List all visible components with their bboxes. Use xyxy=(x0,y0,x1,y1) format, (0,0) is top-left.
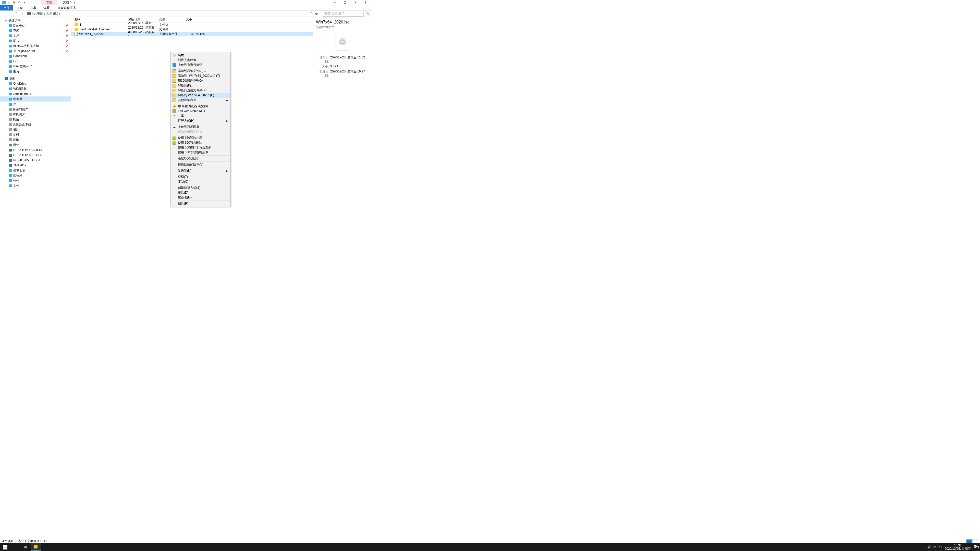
tree-item[interactable]: 图片 xyxy=(0,69,71,74)
tree-item[interactable]: 视频 xyxy=(0,117,71,122)
search-icon[interactable]: 🔍 xyxy=(366,12,370,16)
tree-item[interactable]: G:\ xyxy=(0,59,71,64)
menu-delete[interactable]: 删除(D) xyxy=(171,190,231,195)
navigation-tree[interactable]: ★快速访问 Desktop📌下载📌文档📌图片📌excel表格制作求和📌YUNQI… xyxy=(0,17,71,196)
menu-extract-to[interactable]: 解压到(F)... xyxy=(171,83,231,88)
tree-item[interactable]: 文件 xyxy=(0,183,71,188)
menu-send-to[interactable]: 发送到(N)▸ xyxy=(171,168,231,173)
help-icon[interactable]: ? xyxy=(360,0,371,5)
menu-honey-browse[interactable]: 🔶用 蜂蜜浏览器 浏览(3) xyxy=(171,104,231,109)
menu-notepadpp[interactable]: Edit with Notepad++ xyxy=(171,109,231,114)
menu-extract-named[interactable]: 解压到 Win7x64_2020\ (E) xyxy=(171,93,231,98)
folder-icon xyxy=(9,35,12,37)
tree-item[interactable]: 回收站 xyxy=(0,173,71,178)
tree-item[interactable]: PC-20190530OBLA xyxy=(0,158,71,163)
tree-item[interactable]: ZMT2019 xyxy=(0,163,71,168)
chevron-right-icon: ▸ xyxy=(226,119,228,123)
forward-button[interactable]: → xyxy=(8,12,12,16)
tree-item[interactable]: 音乐 xyxy=(0,137,71,142)
menu-copy[interactable]: 复制(C) xyxy=(171,179,231,184)
menu-360-trojan[interactable]: 使用 360进行木马云查杀 xyxy=(171,145,231,150)
tree-item[interactable]: win7重装win7 xyxy=(0,64,71,69)
tree-desktop[interactable]: 桌面 xyxy=(0,76,71,81)
menu-add-archive[interactable]: 添加到压缩文件(A)... xyxy=(171,68,231,73)
tree-item[interactable]: DESKTOP-LSSOEDP xyxy=(0,148,71,152)
column-name[interactable]: 名称 xyxy=(71,17,128,22)
column-type[interactable]: 类型 xyxy=(159,17,186,22)
tree-item[interactable]: DESKTOP-NJEU3CG xyxy=(0,152,71,158)
tab-home[interactable]: 主页 xyxy=(13,5,27,11)
breadcrumb-root[interactable]: 此电脑 xyxy=(34,11,43,16)
menu-mount[interactable]: 💿装载 xyxy=(171,53,231,58)
tree-item[interactable]: YUNQISHI2019📌 xyxy=(0,48,71,54)
maximize-button[interactable]: ☐ xyxy=(340,0,350,5)
search-input[interactable]: 搜索"文档 (E:)" xyxy=(323,11,364,17)
menu-extract-here[interactable]: 解压到当前文件夹(X) xyxy=(171,88,231,93)
menu-open-360zip[interactable]: 用360压缩打开(Q) xyxy=(171,78,231,83)
tree-item[interactable]: 库 xyxy=(0,102,71,106)
file-row[interactable]: 12020/12/15, 星期二 1...文件夹 xyxy=(71,22,313,27)
recent-dropdown[interactable]: ˅ xyxy=(14,12,18,16)
menu-label: 自动备份该文件夹 xyxy=(178,130,202,134)
menu-rename[interactable]: 重命名(M) xyxy=(171,195,231,200)
menu-properties[interactable]: 属性(R) xyxy=(171,201,231,206)
undo-icon[interactable]: ↶ xyxy=(17,0,21,5)
tree-item[interactable]: WPS网盘 xyxy=(0,86,71,91)
tree-item[interactable]: Desktop📌 xyxy=(0,23,71,28)
tree-label: 软件 xyxy=(13,179,19,183)
tree-item[interactable]: 天翼云盘下载 xyxy=(0,122,71,127)
tab-file[interactable]: 文件 xyxy=(0,5,13,11)
menu-restore-prev[interactable]: 还原以前的版本(V) xyxy=(171,162,231,167)
menu-shortcut[interactable]: 创建快捷方式(S) xyxy=(171,186,231,190)
column-size[interactable]: 大小 xyxy=(186,17,209,22)
tree-item[interactable]: excel表格制作求和📌 xyxy=(0,43,71,48)
up-button[interactable]: ↑ xyxy=(20,12,24,16)
menu-open-with[interactable]: 打开方式(H)▸ xyxy=(171,118,231,123)
close-button[interactable]: ✕ xyxy=(350,0,360,5)
back-button[interactable]: ← xyxy=(2,12,6,16)
tree-item[interactable]: 本机照片 xyxy=(0,112,71,117)
menu-360-forcedel[interactable]: 使用 360强力删除 xyxy=(171,140,231,145)
menu-label: 发送到(N) xyxy=(178,168,191,173)
menu-cut[interactable]: 剪切(T) xyxy=(171,175,231,179)
tree-item[interactable]: Administrator xyxy=(0,91,71,97)
tab-view[interactable]: 查看 xyxy=(40,5,53,11)
cloud-icon: ☁ xyxy=(172,125,177,129)
dropdown-icon[interactable]: ▾ xyxy=(22,0,27,5)
breadcrumb[interactable]: › 此电脑 › 文档 (E:) › ˅ xyxy=(26,11,313,16)
menu-360-unlock[interactable]: 使用 360解除占用 xyxy=(171,135,231,140)
tree-item[interactable]: 文档📌 xyxy=(0,33,71,38)
menu-send-qq[interactable]: 通过QQ发送到 xyxy=(171,156,231,161)
tree-network[interactable]: 网络 xyxy=(0,142,71,148)
tree-item[interactable]: 下载📌 xyxy=(0,28,71,33)
tab-share[interactable]: 共享 xyxy=(27,5,40,11)
menu-share[interactable]: ↗共享 xyxy=(171,114,231,118)
menu-burn[interactable]: 刻录光盘映像 xyxy=(171,58,231,62)
tree-item[interactable]: OneDrive xyxy=(0,81,71,86)
file-row[interactable]: BaiduNetdiskDownload2020/12/25, 星期五 1...… xyxy=(71,27,313,32)
breadcrumb-folder[interactable]: 文档 (E:) xyxy=(46,11,58,16)
checkmark-icon[interactable]: ✔ xyxy=(6,0,11,5)
tree-item[interactable]: Bandicam xyxy=(0,54,71,59)
tree-item[interactable]: 保存的图片 xyxy=(0,106,71,112)
tree-label: 图片 xyxy=(13,127,19,132)
menu-label: 上传到有道云笔记 xyxy=(178,63,202,67)
menu-upload-baidu[interactable]: ☁上传到百度网盘 xyxy=(171,124,231,129)
tree-item[interactable]: 文档 xyxy=(0,132,71,137)
minimize-button[interactable]: — xyxy=(330,0,340,5)
tree-quick-access[interactable]: ★快速访问 xyxy=(0,18,71,23)
menu-upload-youdao[interactable]: 上传到有道云笔记 xyxy=(171,62,231,67)
tree-item[interactable]: 控制面板 xyxy=(0,168,71,173)
file-row[interactable]: Win7x64_2020.iso2020/12/25, 星期五 1...光盘映像… xyxy=(71,32,313,36)
close-red-icon[interactable]: ✖ xyxy=(12,0,16,5)
menu-other-zip[interactable]: 其他压缩命令▸ xyxy=(171,98,231,103)
menu-360-menu[interactable]: 使用 360管理右键菜单 xyxy=(171,150,231,155)
tree-item[interactable]: 图片📌 xyxy=(0,38,71,43)
breadcrumb-dropdown[interactable]: ˅ xyxy=(311,12,312,16)
tree-item[interactable]: 此电脑 xyxy=(0,97,71,102)
menu-add-zip[interactable]: 添加到 "Win7x64_2020.zip" (T) xyxy=(171,73,231,78)
tab-disc-tools[interactable]: 光盘映像工具 xyxy=(54,5,80,11)
tree-item[interactable]: 图片 xyxy=(0,127,71,132)
refresh-button[interactable]: ⟳ xyxy=(315,12,320,16)
tree-item[interactable]: 软件 xyxy=(0,178,71,183)
